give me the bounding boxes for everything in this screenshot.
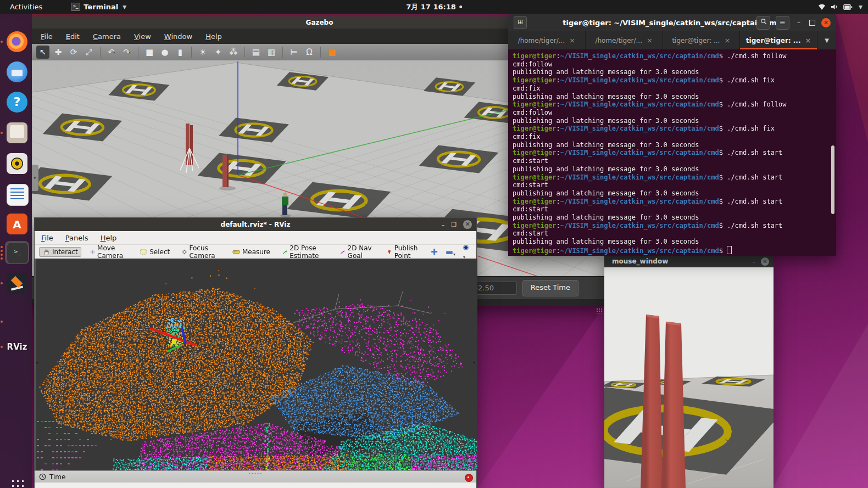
tab-label: /home/tiger/... [595,37,642,44]
spot-light-button[interactable]: ✦ [212,46,225,59]
translate-button[interactable]: ✚ [52,46,65,59]
snap-button[interactable]: Ω [303,46,316,59]
gazebo-menu-window[interactable]: Window [164,32,192,41]
close-button[interactable]: ✕ [463,220,472,229]
time-panel-close-button[interactable] [465,474,473,482]
dock-item-firefox[interactable] [5,30,29,53]
tool-properties-button[interactable]: ▾ [463,244,469,260]
maximize-icon [809,20,815,26]
gazebo-menu-help[interactable]: Help [205,32,222,41]
minimize-button[interactable]: – [442,221,445,228]
clock-button[interactable]: 7月 17 16:18 [406,2,462,12]
dock-item-gazebo[interactable] [5,272,29,295]
hand-icon [42,248,50,256]
dock-item-rviz[interactable]: RViz [5,335,29,358]
terminal-tab-3[interactable]: tiger@tiger: ...× [663,31,741,49]
views-panel-expand-arrow[interactable]: ◂ [472,360,475,365]
rviz-tool-move-camera[interactable]: Move Camera [87,243,131,261]
view-angle-button[interactable]: ■ [325,46,338,59]
tab-close-button[interactable]: × [724,36,730,44]
rviz-tool-select[interactable]: Select [136,247,173,257]
sphere-button[interactable]: ● [158,46,171,59]
remove-tool-button[interactable]: ▬▾ [446,247,455,257]
tab-close-button[interactable]: × [569,36,575,44]
mouse-3d-viewport[interactable] [604,267,774,488]
close-button[interactable]: ✕ [821,18,831,27]
app-menu-label: Terminal [84,3,118,11]
rviz-tool-interact[interactable]: Interact [39,247,81,257]
directional-light-button[interactable]: ⁂ [227,46,240,59]
scale-button[interactable]: ⤢ [82,46,96,59]
resize-grip[interactable] [596,308,603,313]
search-button[interactable] [756,16,770,30]
dock-item-rhythmbox[interactable] [5,152,29,175]
box-button[interactable]: ■ [143,46,156,59]
app-menu-button[interactable]: >_ Terminal ▼ [71,3,126,11]
running-indicator [1,272,3,295]
align-button[interactable]: ⊨ [287,46,301,59]
terminal-tab-4[interactable]: tiger@tiger: ...× [740,31,817,49]
rviz-3d-viewport[interactable] [35,259,477,470]
rviz-tool-2d-nav-goal[interactable]: 2D Nav Goal [337,243,378,261]
toolbar-separator [138,47,138,58]
reset-time-button[interactable]: Reset Time [522,280,578,296]
rviz-tool-measure[interactable]: Measure [229,247,274,257]
tab-list-dropdown-button[interactable]: ▼ [817,31,836,49]
activities-button[interactable]: Activities [7,3,46,11]
terminal-output[interactable]: tiger@tiger:~/VISIM_single/catkin_ws/src… [508,49,836,256]
terminal-scrollbar-thumb[interactable] [831,145,834,214]
paste-button[interactable]: ▥ [265,46,278,59]
gazebo-menu-edit[interactable]: Edit [66,32,80,41]
tab-close-button[interactable]: × [647,36,653,44]
add-tool-button[interactable]: ✚ [431,247,438,257]
menu-button[interactable]: ≡ [776,16,789,30]
dock-item-show-applications[interactable] [5,474,29,488]
minimize-button[interactable]: – [795,19,803,26]
magenta-arrow-icon [340,248,345,256]
dock-item-libreoffice-writer[interactable] [5,183,29,206]
command-echo-line: cmd:start [513,157,836,165]
minimize-button[interactable]: – [753,258,756,265]
dock-item-help[interactable]: ? [5,91,29,114]
dock-item-files[interactable] [5,121,29,144]
close-button[interactable]: ✕ [761,257,769,266]
rviz-menu-help[interactable]: Help [101,234,117,242]
tool-label: Focus Camera [189,244,220,260]
maximize-button[interactable]: ❒ [451,221,457,228]
system-status-area[interactable]: ▼ [818,3,863,10]
rviz-tool-focus-camera[interactable]: Focus Camera [179,243,224,261]
tab-close-button[interactable]: × [805,36,811,44]
tool-label: 2D Nav Goal [348,244,375,260]
point-light-button[interactable]: ☀ [196,46,209,59]
select-arrow-button[interactable]: ↖ [36,46,49,59]
maximize-button[interactable] [808,20,816,26]
time-panel-header[interactable]: ••••• Time [35,470,476,483]
dock-item-terminal[interactable]: >_ [5,241,29,264]
dock-item-gzclient[interactable] [5,310,29,333]
rviz-tool-publish-point[interactable]: Publish Point [383,243,425,261]
prompt-line: tiger@tiger:~/VISIM_single/catkin_ws/src… [513,100,836,109]
redo-button[interactable]: ↷▾ [120,46,133,59]
terminal-tab-1[interactable]: /home/tiger/...× [508,31,586,49]
gazebo-left-panel-handle[interactable]: ▸ [32,165,38,191]
search-icon [760,18,767,25]
new-tab-button[interactable]: ⊞ [514,16,527,29]
rviz-toolbar-extra: ✚▬▾▾ [431,244,472,260]
gazebo-menu-camera[interactable]: Camera [93,32,121,41]
dock-item-ubuntu-software[interactable]: A [5,212,29,235]
cylinder-button[interactable]: ▮ [174,46,187,59]
rviz-menu-panels[interactable]: Panels [65,234,88,242]
gazebo-menu-view[interactable]: View [134,32,151,41]
terminal-tab-2[interactable]: /home/tiger/...× [586,31,663,49]
copy-button[interactable]: ▤ [249,46,263,59]
displays-panel-expand-arrow[interactable]: ◂ [36,360,38,365]
rviz-menu-file[interactable]: File [41,234,53,242]
dock-item-thunderbird[interactable] [5,60,29,83]
undo-button[interactable]: ↶▾ [105,46,118,59]
rviz-tool-2d-pose-estimate[interactable]: 2D Pose Estimate [279,243,331,261]
help-icon: ? [7,92,27,113]
panel-drag-handle[interactable]: ••••• [248,472,263,476]
gazebo-menu-file[interactable]: File [41,32,53,41]
rotate-button[interactable]: ⟳ [67,46,80,59]
prompt-line: tiger@tiger:~/VISIM_single/catkin_ws/src… [513,52,836,60]
